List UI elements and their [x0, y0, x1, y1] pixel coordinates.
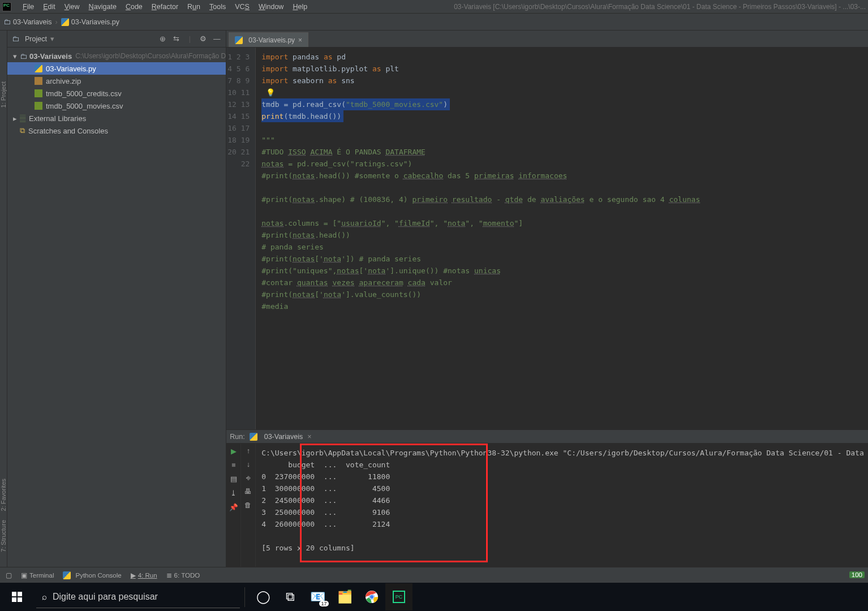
- tree-file[interactable]: tmdb_5000_credits.csv: [7, 87, 226, 100]
- hide-panels-icon[interactable]: ▢: [6, 571, 12, 579]
- expand-icon[interactable]: ▾: [12, 52, 18, 61]
- tree-external-libs[interactable]: ▸ 𝄛 External Libraries: [7, 112, 226, 124]
- menu-file[interactable]: File: [18, 3, 38, 11]
- csv-icon: [35, 102, 42, 110]
- csv-icon: [35, 89, 42, 97]
- python-icon: [250, 433, 257, 441]
- menu-navigate[interactable]: Navigate: [84, 3, 121, 11]
- menu-help[interactable]: Help: [288, 3, 312, 11]
- pin-icon[interactable]: 📌: [229, 503, 238, 511]
- menu-tools[interactable]: Tools: [205, 3, 230, 11]
- locate-icon[interactable]: ⊕: [158, 35, 167, 44]
- collapse-icon[interactable]: ⇆: [171, 35, 181, 44]
- run-label: Run:: [230, 433, 244, 441]
- folder-icon: 🗀: [20, 52, 27, 61]
- run-iconstrip-2: ↑ ↓ ⎆ 🖶 🗑: [241, 444, 256, 567]
- tree-root[interactable]: ▾ 🗀 03-Variaveis C:\Users\igorb\Desktop\…: [7, 50, 226, 62]
- tree-file[interactable]: tmdb_5000_movies.csv: [7, 100, 226, 112]
- expand-icon[interactable]: ▸: [12, 114, 18, 123]
- menu-code[interactable]: Code: [121, 3, 147, 11]
- editor-tab[interactable]: 03-Variaveis.py ×: [229, 32, 308, 47]
- taskbar-search[interactable]: ⌕ Digite aqui para pesquisar: [36, 586, 240, 608]
- python-icon: [35, 64, 42, 72]
- tree-file[interactable]: archive.zip: [7, 75, 226, 87]
- chevron-down-icon[interactable]: ▾: [50, 35, 54, 43]
- close-icon[interactable]: ×: [298, 36, 302, 44]
- python-icon: [235, 36, 243, 44]
- down-icon[interactable]: ↓: [247, 461, 250, 468]
- project-panel-title: Project: [25, 35, 47, 43]
- scratches-icon: ⧉: [20, 126, 25, 135]
- toolstrip-favorites[interactable]: 2: Favorites: [0, 479, 7, 511]
- console-output[interactable]: C:\Users\igorb\AppData\Local\Programs\Py…: [256, 444, 868, 557]
- windows-icon: [12, 592, 22, 602]
- bulb-icon[interactable]: 💡: [266, 88, 275, 97]
- app-logo: [2, 2, 11, 11]
- pycharm-icon[interactable]: PC: [385, 583, 412, 610]
- code-editor[interactable]: import pandas as pd import matplotlib.py…: [256, 48, 868, 429]
- menu-vcs[interactable]: VCS: [230, 3, 254, 11]
- breadcrumb-root[interactable]: 03-Variaveis: [13, 18, 52, 26]
- search-icon: ⌕: [42, 592, 47, 601]
- tree-file[interactable]: 03-Variaveis.py: [7, 62, 226, 75]
- play-icon[interactable]: ▶: [231, 447, 237, 455]
- trash-icon[interactable]: 🗑: [244, 501, 252, 509]
- python-icon: [61, 18, 69, 26]
- menu-run[interactable]: Run: [183, 3, 205, 11]
- svg-point-2: [369, 595, 374, 599]
- menu-view[interactable]: View: [60, 3, 84, 11]
- python-icon: [63, 571, 71, 579]
- editor-tabbar: 03-Variaveis.py ×: [226, 31, 868, 48]
- bottom-todo[interactable]: ≣ 6: TODO: [166, 571, 200, 579]
- run-tool-window: Run: 03-Variaveis × ▶ ■ ▤ ⤓ 📌 ↑ ↓ ⎆ 🖶: [226, 429, 868, 567]
- status-pct: 100: [849, 571, 865, 578]
- window-title: 03-Variaveis [C:\Users\igorb\Desktop\Cur…: [454, 3, 866, 11]
- menubar: File Edit View Navigate Code Refactor Ru…: [0, 0, 868, 14]
- export-icon[interactable]: ⤓: [230, 489, 237, 497]
- cortana-icon[interactable]: ◯: [250, 583, 277, 610]
- stop-icon[interactable]: ■: [231, 461, 236, 469]
- project-sidebar: 🗀 Project ▾ ⊕ ⇆ | ⚙ — ▾ 🗀 03-Variaveis C…: [7, 31, 226, 567]
- folder-icon: 🗀: [12, 35, 19, 43]
- divider-icon: |: [185, 35, 194, 44]
- wrap-icon[interactable]: ⎆: [246, 474, 251, 482]
- windows-taskbar: ⌕ Digite aqui para pesquisar ◯ ⧉ 📧17 🗂️ …: [0, 583, 868, 611]
- up-icon[interactable]: ↑: [247, 447, 250, 455]
- menu-edit[interactable]: Edit: [38, 3, 60, 11]
- breadcrumb: 🗀 03-Variaveis › 03-Variaveis.py: [0, 14, 868, 31]
- bottom-terminal[interactable]: ▣ Terminal: [21, 571, 54, 579]
- print-icon[interactable]: 🖶: [244, 488, 252, 496]
- taskview-icon[interactable]: ⧉: [277, 583, 304, 610]
- hide-icon[interactable]: —: [212, 35, 221, 44]
- folder-icon: 🗀: [3, 18, 11, 26]
- bottom-run[interactable]: ▶ 4: Run: [131, 571, 157, 579]
- close-icon[interactable]: ×: [307, 433, 311, 441]
- library-icon: 𝄛: [20, 114, 25, 123]
- chrome-icon[interactable]: [358, 583, 385, 610]
- tree-scratches[interactable]: ⧉ Scratches and Consoles: [7, 124, 226, 137]
- start-button[interactable]: [3, 583, 31, 610]
- bottom-bar: ▢ ▣ Terminal Python Console ▶ 4: Run ≣ 6…: [0, 567, 868, 583]
- status-right: 100: [849, 568, 865, 582]
- menu-refactor[interactable]: Refactor: [147, 3, 183, 11]
- explorer-icon[interactable]: 🗂️: [331, 583, 358, 610]
- run-iconstrip: ▶ ■ ▤ ⤓ 📌: [226, 444, 241, 567]
- breadcrumb-file[interactable]: 03-Variaveis.py: [71, 18, 119, 26]
- gear-icon[interactable]: ⚙: [199, 35, 208, 44]
- toolstrip-structure[interactable]: 7: Structure: [0, 520, 7, 552]
- bottom-pyconsole[interactable]: Python Console: [63, 571, 121, 579]
- left-toolstrip: 1: Project 2: Favorites 7: Structure: [0, 31, 7, 567]
- mail-icon[interactable]: 📧17: [304, 583, 331, 610]
- menu-window[interactable]: Window: [254, 3, 288, 11]
- archive-icon: [35, 77, 42, 85]
- project-tree[interactable]: ▾ 🗀 03-Variaveis C:\Users\igorb\Desktop\…: [7, 48, 226, 567]
- editor-area: 03-Variaveis.py × 1 2 3 4 5 6 7 8 9 10 1…: [226, 31, 868, 567]
- gutter[interactable]: 1 2 3 4 5 6 7 8 9 10 11 12 13 14 15 16 1…: [226, 48, 256, 429]
- chrome-svg: [365, 590, 379, 604]
- run-tab[interactable]: 03-Variaveis: [264, 433, 303, 441]
- layout-icon[interactable]: ▤: [230, 475, 237, 483]
- toolstrip-project[interactable]: 1: Project: [0, 81, 7, 107]
- chevron-right-icon: ›: [55, 18, 58, 26]
